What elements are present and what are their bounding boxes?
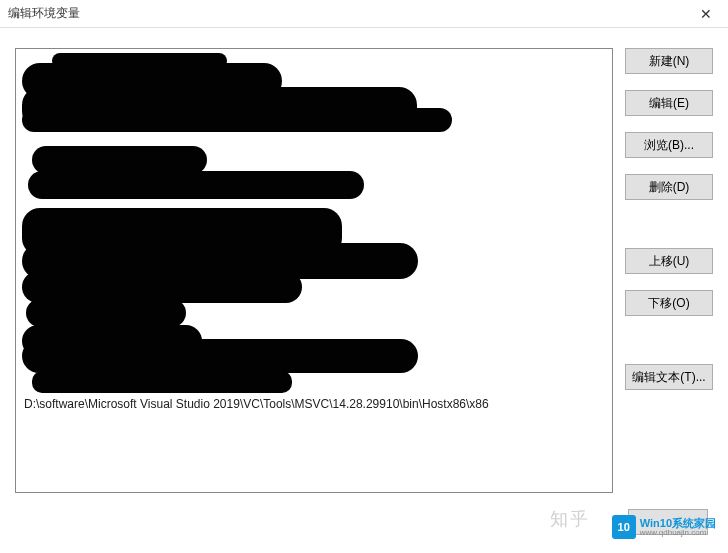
delete-button[interactable]: 删除(D) (625, 174, 713, 200)
new-button[interactable]: 新建(N) (625, 48, 713, 74)
move-down-button[interactable]: 下移(O) (625, 290, 713, 316)
close-icon: ✕ (700, 6, 712, 22)
dialog-title: 编辑环境变量 (8, 5, 80, 22)
browse-button[interactable]: 浏览(B)... (625, 132, 713, 158)
footer-button[interactable] (628, 509, 708, 535)
edit-text-button[interactable]: 编辑文本(T)... (625, 364, 713, 390)
edit-button[interactable]: 编辑(E) (625, 90, 713, 116)
move-up-button[interactable]: 上移(U) (625, 248, 713, 274)
redacted-entries (22, 53, 606, 393)
button-column: 新建(N) 编辑(E) 浏览(B)... 删除(D) 上移(U) 下移(O) 编… (625, 48, 713, 493)
env-var-listbox[interactable]: D:\software\Microsoft Visual Studio 2019… (15, 48, 613, 493)
watermark-text: 知乎 (550, 507, 590, 531)
dialog-body: D:\software\Microsoft Visual Studio 2019… (0, 28, 728, 503)
titlebar: 编辑环境变量 ✕ (0, 0, 728, 28)
close-button[interactable]: ✕ (683, 0, 728, 28)
list-item[interactable]: D:\software\Microsoft Visual Studio 2019… (22, 395, 606, 413)
dialog-footer (628, 509, 708, 535)
